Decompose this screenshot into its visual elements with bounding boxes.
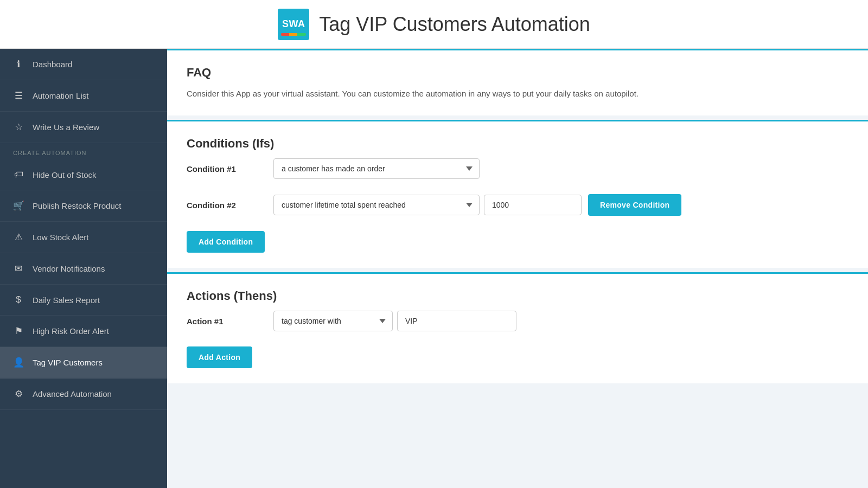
- sidebar-section-label: CREATE AUTOMATION: [0, 143, 167, 159]
- sidebar-item-hide-out-of-stock[interactable]: 🏷 Hide Out of Stock: [0, 159, 167, 190]
- sidebar-item-high-risk[interactable]: ⚑ High Risk Order Alert: [0, 316, 167, 347]
- sidebar-item-label: Tag VIP Customers: [33, 358, 103, 367]
- actions-title: Actions (Thens): [187, 289, 848, 303]
- warning-icon: ⚠: [13, 232, 24, 243]
- mail-icon: ✉: [13, 263, 24, 274]
- sidebar-item-advanced-automation[interactable]: ⚙ Advanced Automation: [0, 378, 167, 410]
- logo-bar: [281, 33, 306, 36]
- cart-icon: 🛒: [13, 200, 24, 211]
- remove-condition-button[interactable]: Remove Condition: [588, 194, 681, 216]
- sidebar-item-label: Vendor Notifications: [33, 264, 105, 273]
- action-1-select[interactable]: tag customer with send email to customer…: [273, 311, 393, 331]
- main-content: FAQ Consider this App as your virtual as…: [167, 49, 868, 488]
- sidebar-item-label: Advanced Automation: [33, 389, 112, 399]
- info-icon: ℹ: [13, 59, 24, 70]
- tag-icon: 🏷: [13, 169, 24, 180]
- sidebar-item-low-stock-alert[interactable]: ⚠ Low Stock Alert: [0, 222, 167, 253]
- sidebar-item-write-review[interactable]: ☆ Write Us a Review: [0, 112, 167, 143]
- sidebar-item-label: Write Us a Review: [33, 123, 99, 132]
- faq-description: Consider this App as your virtual assist…: [187, 87, 848, 100]
- app-header: SWA Tag VIP Customers Automation: [0, 0, 868, 49]
- sidebar-item-dashboard[interactable]: ℹ Dashboard: [0, 49, 167, 80]
- action-1-row: Action #1 tag customer with send email t…: [187, 311, 848, 331]
- logo-text: SWA: [282, 18, 305, 30]
- sidebar: ℹ Dashboard ☰ Automation List ☆ Write Us…: [0, 49, 167, 488]
- condition-2-value[interactable]: [484, 195, 582, 215]
- condition-1-select[interactable]: a customer has made an order customer li…: [273, 158, 480, 179]
- sidebar-item-label: Automation List: [33, 91, 88, 100]
- sidebar-item-tag-vip[interactable]: 👤 Tag VIP Customers: [0, 347, 167, 378]
- add-action-button[interactable]: Add Action: [187, 346, 252, 368]
- flag-icon: ⚑: [13, 325, 24, 337]
- condition-2-row: Condition #2 a customer has made an orde…: [187, 194, 848, 216]
- dollar-icon: $: [13, 294, 24, 305]
- sidebar-item-automation-list[interactable]: ☰ Automation List: [0, 80, 167, 112]
- page-title: Tag VIP Customers Automation: [319, 13, 590, 36]
- sidebar-item-label: Low Stock Alert: [33, 233, 88, 242]
- sidebar-item-publish-restock[interactable]: 🛒 Publish Restock Product: [0, 190, 167, 222]
- app-layout: ℹ Dashboard ☰ Automation List ☆ Write Us…: [0, 49, 868, 488]
- conditions-section: Conditions (Ifs) Condition #1 a customer…: [167, 120, 868, 268]
- sidebar-item-vendor-notifications[interactable]: ✉ Vendor Notifications: [0, 253, 167, 285]
- action-1-tag-input[interactable]: [397, 311, 516, 331]
- condition-1-row: Condition #1 a customer has made an orde…: [187, 158, 848, 179]
- conditions-title: Conditions (Ifs): [187, 137, 848, 151]
- faq-title: FAQ: [187, 66, 848, 80]
- sidebar-item-daily-sales[interactable]: $ Daily Sales Report: [0, 285, 167, 316]
- actions-section: Actions (Thens) Action #1 tag customer w…: [167, 272, 868, 383]
- condition-1-label: Condition #1: [187, 164, 273, 174]
- list-icon: ☰: [13, 90, 24, 101]
- sidebar-item-label: Dashboard: [33, 60, 72, 69]
- sidebar-item-label: High Risk Order Alert: [33, 326, 109, 336]
- condition-2-label: Condition #2: [187, 201, 273, 210]
- action-1-label: Action #1: [187, 317, 273, 326]
- condition-2-select[interactable]: a customer has made an order customer li…: [273, 195, 480, 215]
- gear-icon: ⚙: [13, 388, 24, 400]
- sidebar-item-label: Hide Out of Stock: [33, 170, 97, 179]
- star-icon: ☆: [13, 121, 24, 133]
- sidebar-item-label: Daily Sales Report: [33, 296, 100, 305]
- add-condition-button[interactable]: Add Condition: [187, 231, 265, 253]
- user-icon: 👤: [13, 357, 24, 368]
- sidebar-item-label: Publish Restock Product: [33, 201, 121, 210]
- faq-section: FAQ Consider this App as your virtual as…: [167, 49, 868, 115]
- app-logo: SWA: [278, 9, 309, 40]
